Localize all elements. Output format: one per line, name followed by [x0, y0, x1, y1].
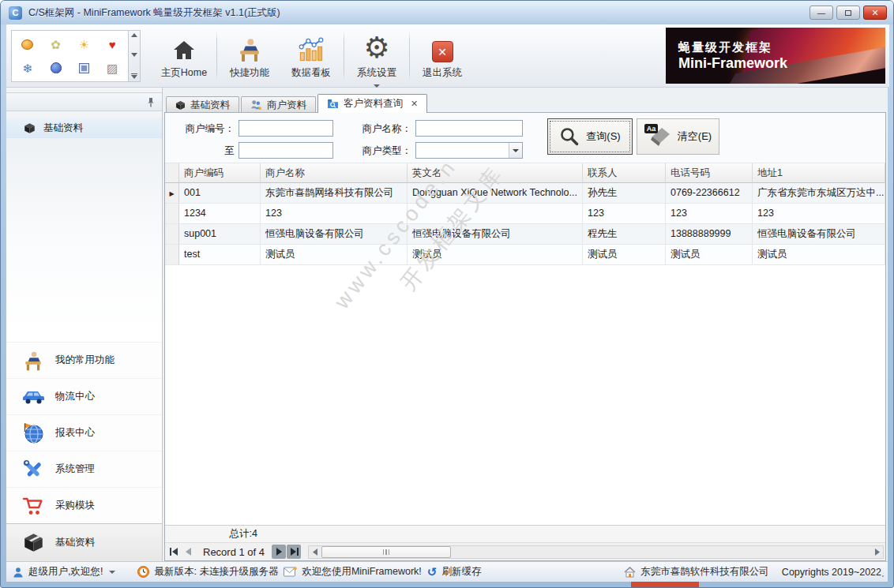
combo-dropdown-button[interactable] — [509, 143, 522, 158]
sidebar-header — [6, 92, 162, 111]
sidebar-item-purchase[interactable]: 采购模块 — [6, 487, 162, 523]
grid-header-row: 商户编码 商户名称 英文名 联系人 电话号码 地址1 — [165, 163, 885, 183]
status-bar: 超级用户,欢迎您! 最新版本: 未连接升级服务器 欢迎您使用MiniFramew… — [6, 561, 888, 582]
sidebar-item-basic-data[interactable]: 基础资料 — [6, 523, 162, 561]
car-icon — [21, 389, 46, 405]
toolbar-separator — [344, 31, 344, 81]
sun-icon[interactable]: ☀ — [79, 39, 89, 51]
apple-icon[interactable] — [51, 62, 62, 73]
snowflake-icon[interactable]: ❄ — [23, 62, 33, 74]
banner-line2: Mini-Framework — [678, 55, 787, 72]
person-desk-icon — [21, 350, 46, 371]
banner-line1: 蝇量级开发框架 — [678, 40, 787, 55]
square-filled-icon[interactable] — [79, 63, 89, 73]
filter-bar: 商户编号： 至 商户名称： 商户类型： 查询(S) — [165, 113, 885, 163]
record-position: Record 1 of 4 — [197, 546, 271, 558]
merchant-name-label: 商户名称： — [348, 122, 411, 136]
total-count: 总计:4 — [165, 527, 261, 541]
gallery-down-icon[interactable] — [131, 53, 137, 57]
toolbar-separator — [216, 31, 217, 81]
minimize-button[interactable]: — — [809, 6, 833, 20]
close-button[interactable]: ✕ — [863, 6, 887, 20]
app-logo-icon: C — [9, 6, 22, 20]
home-icon — [171, 32, 197, 62]
grid-summary: 总计:4 — [165, 525, 885, 543]
table-row[interactable]: ▶ 001 东莞市喜鹊网络科技有限公司 Dongguan XiQue Netwo… — [165, 183, 885, 204]
home-button[interactable]: 主页Home — [153, 28, 215, 84]
cube-icon — [21, 532, 46, 553]
merchant-type-label: 商户类型： — [348, 144, 411, 158]
quick-functions-button[interactable]: 快捷功能 — [219, 28, 280, 84]
heart-icon[interactable]: ♥ — [109, 39, 116, 51]
search-button[interactable]: 查询(S) — [547, 118, 633, 155]
version-status: 最新版本: 未连接升级服务器 — [137, 565, 278, 579]
tab-page-panel: 商户编号： 至 商户名称： 商户类型： 查询(S) — [164, 112, 886, 561]
pin-icon[interactable] — [146, 97, 156, 107]
indicator-header — [165, 163, 179, 183]
column-header[interactable]: 地址1 — [753, 163, 885, 183]
scrollbar-thumb[interactable] — [321, 546, 451, 558]
scroll-left-icon[interactable] — [309, 546, 321, 558]
current-row-arrow-icon: ▶ — [169, 190, 174, 197]
table-row[interactable]: sup001 恒强电脑设备有限公司 恒强电脑设备有限公司 程先生 1388888… — [165, 224, 885, 245]
clock-icon — [137, 566, 149, 578]
record-navigator: Record 1 of 4 — [165, 543, 885, 560]
sidebar-item-my-functions[interactable]: 我的常用功能 — [6, 342, 162, 378]
dashboard-button[interactable]: 数据看板 — [280, 28, 342, 84]
first-record-button[interactable] — [167, 545, 181, 559]
column-header[interactable]: 商户名称 — [261, 163, 408, 183]
folder-search-icon — [327, 99, 339, 109]
merchant-code-to-input[interactable] — [239, 142, 333, 159]
refresh-icon: ↺ — [427, 565, 438, 579]
company-name: 东莞市喜鹊软件科技有限公司 — [640, 565, 769, 579]
scroll-right-icon[interactable] — [870, 546, 883, 558]
merchant-type-select[interactable] — [415, 142, 523, 159]
to-label: 至 — [171, 144, 235, 158]
column-header[interactable]: 英文名 — [408, 163, 583, 183]
person-desk-icon — [236, 32, 263, 62]
toolbar-separator — [409, 31, 410, 81]
tab-strip: 基础资料 商户资料 客户资料查询 ✕ — [164, 94, 886, 113]
table-row[interactable]: test 测试员 测试员 测试员 测试员 测试员 — [165, 245, 885, 265]
eraser-icon: Aa — [644, 124, 671, 149]
maximize-button[interactable] — [836, 6, 860, 20]
merchant-name-input[interactable] — [415, 120, 523, 137]
data-grid: www.cscode.net 开发框架文库 商户编码 商户名称 英文名 联系人 … — [165, 163, 885, 525]
gallery-more-icon[interactable] — [131, 73, 137, 80]
column-header[interactable]: 商户编码 — [179, 163, 261, 183]
tab-merchant-data[interactable]: 商户资料 — [241, 96, 316, 113]
flower-icon[interactable]: ✿ — [51, 39, 61, 51]
next-record-button[interactable] — [272, 545, 286, 559]
mail-icon — [284, 567, 297, 577]
user-icon — [13, 567, 24, 578]
sidebar-item-logistics[interactable]: 物流中心 — [6, 378, 162, 414]
exit-button[interactable]: ✕ 退出系统 — [411, 28, 473, 84]
horizontal-scrollbar[interactable] — [308, 545, 884, 559]
previous-record-button[interactable] — [182, 545, 196, 559]
column-header[interactable]: 电话号码 — [666, 163, 753, 183]
sidebar-item-basic-data-top[interactable]: 基础资料 — [6, 118, 162, 138]
sidebar-item-system[interactable]: 系统管理 — [6, 451, 162, 487]
merchant-code-input[interactable] — [239, 120, 333, 137]
tab-basic-data[interactable]: 基础资料 — [166, 96, 239, 113]
tab-customer-query[interactable]: 客户资料查询 ✕ — [317, 94, 427, 113]
gear-icon: ⚙ — [363, 32, 389, 62]
clear-button[interactable]: Aa 清空(E) — [637, 118, 719, 155]
square-hatched-icon[interactable]: ▨ — [107, 62, 118, 74]
tab-close-icon[interactable]: ✕ — [411, 99, 418, 109]
sidebar-item-reports[interactable]: 报表中心 — [6, 414, 162, 451]
merchant-code-label: 商户编号： — [171, 122, 235, 136]
last-record-button[interactable] — [287, 545, 301, 559]
user-menu[interactable]: 超级用户,欢迎您! — [13, 565, 115, 579]
title-bar: C C/S框架网 - MiniFramework 蝇量级开发框架 v1.1(正式… — [1, 1, 893, 24]
gallery-up-icon[interactable] — [131, 33, 137, 37]
cube-icon — [175, 100, 186, 110]
window-title: C/S框架网 - MiniFramework 蝇量级开发框架 v1.1(正式版) — [28, 6, 280, 20]
table-row[interactable]: 1234 123 123 123 123 — [165, 204, 885, 224]
refresh-cache-button[interactable]: ↺ 刷新缓存 — [427, 565, 482, 579]
column-header[interactable]: 联系人 — [583, 163, 666, 183]
app-window: C C/S框架网 - MiniFramework 蝇量级开发框架 v1.1(正式… — [0, 0, 894, 588]
pumpkin-icon[interactable] — [21, 39, 33, 50]
brand-banner: 蝇量级开发框架 Mini-Framework — [666, 28, 885, 84]
settings-button[interactable]: ⚙ 系统设置 — [346, 28, 408, 84]
